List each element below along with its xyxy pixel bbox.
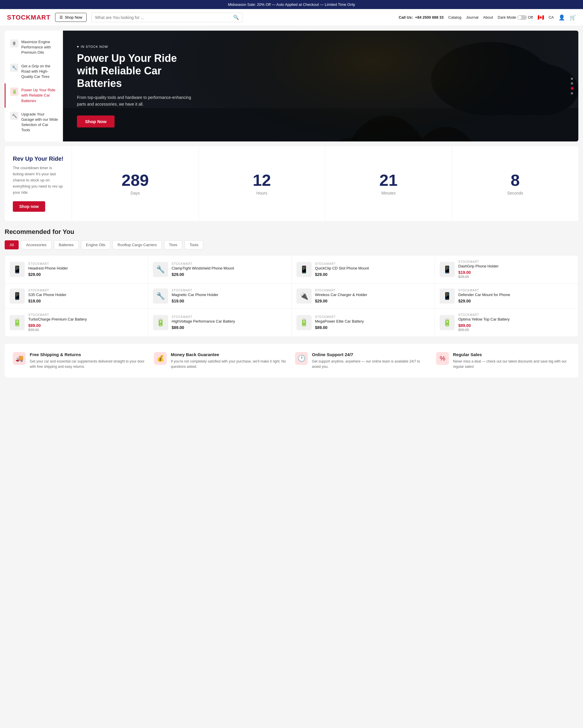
product-card[interactable]: 📱 STOCKMART S35 Car Phone Holder $19.00 [5, 284, 148, 308]
feature-description: If you're not completely satisfied with … [171, 359, 288, 369]
countdown-minutes-value: 21 [380, 172, 397, 188]
product-price: $29.00 [28, 272, 143, 277]
feature-item-2: 🕐 Online Support 24/7 Get support anytim… [295, 352, 429, 369]
user-icon[interactable]: 👤 [558, 14, 565, 21]
filter-tabs: AllAccessoriesBatteriesEngine OilsRoofto… [5, 240, 578, 250]
product-card[interactable]: 📱 STOCKMART Headrest Phone Holder $29.00 [5, 256, 148, 284]
product-info: STOCKMART Optima Yellow Top Car Battery … [458, 313, 573, 332]
search-bar: 🔍 [91, 12, 243, 22]
country-flag-icon: 🇨🇦 [537, 14, 544, 21]
product-price: $89.00 [458, 323, 573, 328]
product-info: STOCKMART ClampTight Windshield Phone Mo… [172, 262, 287, 277]
features-section: 🚚 Free Shipping & Returns Get your car a… [5, 344, 578, 378]
search-input[interactable] [95, 15, 231, 20]
filter-tab-tires[interactable]: Tires [164, 240, 182, 250]
dark-mode-state: Off [528, 15, 533, 20]
hero-shop-button[interactable]: Shop Now [77, 115, 115, 127]
cart-icon[interactable]: 🛒 [570, 14, 576, 21]
sidebar-item-tools-label: Upgrade Your Garage with our Wide Select… [21, 112, 58, 133]
product-brand: STOCKMART [28, 313, 143, 316]
product-price: $29.00 [458, 299, 573, 303]
search-icon[interactable]: 🔍 [233, 15, 239, 20]
hero-dot-2[interactable] [571, 82, 573, 84]
product-card[interactable]: 🔧 STOCKMART Magnetic Car Phone Holder $1… [148, 284, 292, 308]
countdown-heading: Rev Up Your Ride! [13, 155, 63, 162]
hero-dot-4[interactable] [571, 92, 573, 95]
feature-title: Money Back Guarantee [171, 352, 288, 357]
battery-icon: 🔋 [10, 87, 18, 96]
product-brand: STOCKMART [315, 262, 430, 265]
product-image: 📱 [440, 262, 455, 277]
sidebar-item-batteries[interactable]: 🔋 Power Up Your Ride with Reliable Car B… [5, 83, 63, 108]
product-info: STOCKMART S35 Car Phone Holder $19.00 [28, 289, 143, 303]
product-old-price: $99.00 [458, 328, 573, 332]
product-name: HighVoltage Performance Car Battery [172, 319, 287, 324]
catalog-link[interactable]: Catalog [448, 15, 462, 20]
dark-mode-label: Dark Mode [498, 15, 516, 20]
feature-icon: 💰 [154, 352, 167, 365]
countdown-description: The countdown timer is ticking down! It'… [13, 165, 63, 196]
product-card[interactable]: 📱 STOCKMART Defender Car Mount for Phone… [435, 284, 578, 308]
hero-dot-1[interactable] [571, 78, 573, 80]
header-shop-now-button[interactable]: ☰ Shop Now [55, 13, 87, 22]
hero-dot-3[interactable] [571, 87, 574, 90]
product-card[interactable]: 📱 STOCKMART DashGrip Phone Holder $19.00… [435, 256, 578, 284]
countdown-minutes-label: Minutes [381, 191, 395, 196]
dark-mode-toggle[interactable]: Dark Mode Off [498, 15, 533, 20]
product-name: Magnetic Car Phone Holder [172, 292, 287, 297]
product-card[interactable]: 🔋 STOCKMART HighVoltage Performance Car … [148, 309, 292, 337]
country-code[interactable]: CA [549, 15, 554, 20]
product-brand: STOCKMART [458, 260, 573, 263]
product-name: TurboCharge Premium Car Battery [28, 317, 143, 322]
product-card[interactable]: 🔋 STOCKMART TurboCharge Premium Car Batt… [5, 309, 148, 337]
product-card[interactable]: 🔋 STOCKMART Optima Yellow Top Car Batter… [435, 309, 578, 337]
countdown-section: Rev Up Your Ride! The countdown timer is… [5, 146, 578, 221]
sidebar-item-tires-label: Get a Grip on the Road with High-Quality… [21, 63, 58, 80]
filter-tab-rooftop-cargo-carriers[interactable]: Rooftop Cargo Carriers [113, 240, 162, 250]
feature-item-3: % Regular Sales Never miss a deal — chec… [436, 352, 570, 369]
product-name: ClampTight Windshield Phone Mount [172, 266, 287, 271]
countdown-text: Rev Up Your Ride! The countdown timer is… [5, 146, 72, 221]
product-brand: STOCKMART [315, 315, 430, 318]
product-brand: STOCKMART [458, 313, 573, 316]
hero-title: Power Up Your Ride with Reliable Car Bat… [77, 52, 199, 90]
feature-text: Online Support 24/7 Get support anytime,… [312, 352, 429, 369]
feature-title: Online Support 24/7 [312, 352, 429, 357]
product-info: STOCKMART DashGrip Phone Holder $19.00 $… [458, 260, 573, 279]
tools-icon: 🔨 [10, 112, 18, 120]
sidebar-item-tires[interactable]: 🔧 Get a Grip on the Road with High-Quali… [5, 59, 63, 84]
filter-tab-batteries[interactable]: Batteries [54, 240, 79, 250]
in-stock-badge: IN STOCK NOW [77, 45, 199, 48]
filter-tab-all[interactable]: All [5, 240, 19, 250]
sidebar-item-tools[interactable]: 🔨 Upgrade Your Garage with our Wide Sele… [5, 108, 63, 137]
toggle-knob [518, 16, 522, 19]
filter-tab-engine-oils[interactable]: Engine Oils [81, 240, 110, 250]
countdown-hours-value: 12 [253, 172, 271, 188]
sidebar-item-oils[interactable]: 🛢 Maximize Engine Performance with Premi… [5, 35, 63, 59]
hamburger-icon: ☰ [59, 15, 63, 20]
journal-link[interactable]: Journal [466, 15, 479, 20]
product-image: 🔋 [10, 315, 25, 330]
product-card[interactable]: 🔧 STOCKMART ClampTight Windshield Phone … [148, 256, 292, 284]
countdown-shop-button[interactable]: Shop now [13, 201, 45, 212]
product-card[interactable]: 🔌 STOCKMART Wireless Car Charger & Holde… [292, 284, 435, 308]
product-image: 🔧 [153, 262, 168, 277]
feature-description: Get support anytime, anywhere — our onli… [312, 359, 429, 369]
tire-icon: 🔧 [10, 63, 18, 72]
product-image: 📱 [297, 262, 312, 277]
filter-tab-accessories[interactable]: Accessories [21, 240, 51, 250]
call-us: Call Us: +84 2500 888 33 [399, 15, 444, 20]
recommended-title: Recommended for You [5, 228, 578, 236]
countdown-days-value: 289 [121, 172, 149, 188]
about-link[interactable]: About [483, 15, 493, 20]
product-brand: STOCKMART [315, 289, 430, 292]
product-image: 🔋 [153, 315, 168, 330]
top-banner: Midseason Sale: 20% Off — Auto Applied a… [0, 0, 583, 9]
product-card[interactable]: 🔋 STOCKMART MegaPower Elite Car Battery … [292, 309, 435, 337]
filter-tab-tools[interactable]: Tools [185, 240, 203, 250]
product-info: STOCKMART HighVoltage Performance Car Ba… [172, 315, 287, 330]
logo[interactable]: STOCKMART [7, 14, 50, 21]
product-name: S35 Car Phone Holder [28, 292, 143, 297]
product-card[interactable]: 📱 STOCKMART QuickClip CD Slot Phone Moun… [292, 256, 435, 284]
dark-mode-switch[interactable] [518, 15, 527, 20]
